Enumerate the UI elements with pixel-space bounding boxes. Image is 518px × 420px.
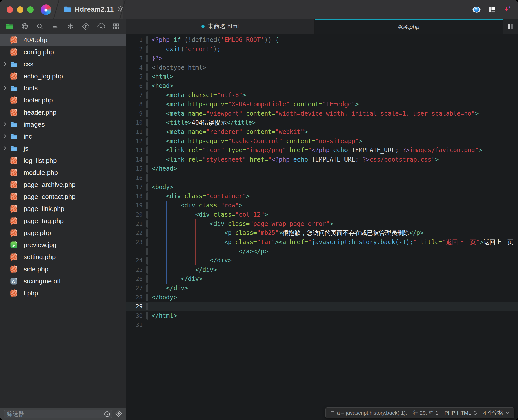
code-text[interactable]: exit('error!'); bbox=[152, 45, 518, 54]
expand-chevron-icon[interactable] bbox=[4, 86, 10, 90]
layout-panels-icon[interactable] bbox=[488, 6, 496, 13]
fold-handle[interactable] bbox=[146, 266, 148, 274]
code-text[interactable]: }?> bbox=[152, 54, 518, 63]
fold-handle[interactable] bbox=[146, 64, 148, 72]
code-text[interactable]: <meta charset="utf-8"> bbox=[152, 91, 518, 100]
fold-handle[interactable] bbox=[146, 312, 148, 320]
file-row-page_tag.php[interactable]: page_tag.php bbox=[0, 215, 126, 227]
code-text[interactable]: <div class="page-wrap page-error"> bbox=[152, 219, 518, 229]
code-text[interactable]: </a></p> bbox=[152, 247, 518, 256]
sync-icon[interactable] bbox=[95, 21, 106, 32]
fold-handle[interactable] bbox=[146, 146, 148, 154]
fold-handle[interactable] bbox=[146, 174, 148, 182]
fold-handle[interactable] bbox=[146, 275, 148, 283]
file-row-log_list.php[interactable]: log_list.php bbox=[0, 154, 126, 167]
fold-handle[interactable] bbox=[146, 257, 148, 265]
file-row-images[interactable]: images bbox=[0, 118, 126, 130]
fold-handle[interactable] bbox=[146, 294, 148, 301]
code-text[interactable]: <title>404错误提示</title> bbox=[152, 118, 518, 127]
file-row-js[interactable]: js bbox=[0, 142, 126, 154]
file-row-css[interactable]: css bbox=[0, 58, 126, 70]
code-text[interactable]: <?php if (!defined('EMLOG_ROOT')) { bbox=[152, 35, 518, 45]
code-text[interactable]: </div> bbox=[152, 274, 518, 284]
code-editor[interactable]: 1<?php if (!defined('EMLOG_ROOT')) {2 ex… bbox=[126, 34, 518, 420]
file-row-config.php[interactable]: config.php bbox=[0, 46, 126, 58]
expand-chevron-icon[interactable] bbox=[4, 62, 10, 66]
fold-handle[interactable] bbox=[146, 192, 148, 200]
expand-chevron-icon[interactable] bbox=[4, 134, 10, 139]
code-text[interactable]: <div class="container"> bbox=[152, 192, 518, 201]
indent-setting-select[interactable]: 4 个空格 bbox=[483, 409, 510, 416]
file-row-header.php[interactable]: header.php bbox=[0, 106, 126, 118]
file-row-404.php[interactable]: 404.php bbox=[0, 34, 126, 46]
expand-chevron-icon[interactable] bbox=[4, 146, 10, 151]
close-button[interactable] bbox=[7, 6, 13, 13]
recent-clock-icon[interactable] bbox=[104, 411, 110, 418]
fold-handle[interactable] bbox=[146, 100, 148, 108]
code-text[interactable]: </div> bbox=[152, 256, 518, 265]
grid-icon[interactable] bbox=[111, 21, 122, 32]
code-text[interactable]: <div class="row"> bbox=[152, 201, 518, 210]
code-text[interactable]: <div class="col-12"> bbox=[152, 210, 518, 219]
file-row-module.php[interactable]: module.php bbox=[0, 167, 126, 179]
code-text[interactable]: <link rel="icon" type="image/png" href="… bbox=[152, 146, 518, 155]
file-row-page_link.php[interactable]: page_link.php bbox=[0, 203, 126, 215]
expand-chevron-icon[interactable] bbox=[4, 122, 10, 127]
publish-icon[interactable] bbox=[80, 21, 91, 32]
preview-eye-icon[interactable] bbox=[472, 6, 481, 13]
globe-icon[interactable] bbox=[19, 21, 30, 32]
code-text[interactable]: <!doctype html> bbox=[152, 63, 518, 72]
code-text[interactable]: </html> bbox=[152, 311, 518, 321]
folder-icon[interactable] bbox=[4, 21, 15, 32]
fold-handle[interactable] bbox=[146, 303, 148, 310]
outline-icon[interactable] bbox=[50, 21, 61, 32]
fold-handle[interactable] bbox=[146, 137, 148, 145]
zoom-button[interactable] bbox=[27, 6, 34, 13]
fold-handle[interactable] bbox=[146, 248, 148, 255]
fold-handle[interactable] bbox=[146, 55, 148, 62]
fold-handle[interactable] bbox=[146, 91, 148, 99]
fold-handle[interactable] bbox=[146, 238, 148, 246]
symbols-icon[interactable] bbox=[65, 21, 76, 32]
fold-handle[interactable] bbox=[146, 45, 148, 53]
tab-404.php[interactable]: 404.php bbox=[315, 19, 503, 34]
fold-handle[interactable] bbox=[146, 211, 148, 219]
code-text[interactable]: </head> bbox=[152, 164, 518, 173]
fold-handle[interactable] bbox=[146, 119, 148, 127]
fold-handle[interactable] bbox=[146, 36, 148, 44]
minimize-button[interactable] bbox=[17, 6, 23, 13]
code-text[interactable]: <p class="tar"><a href="javascript:histo… bbox=[152, 238, 518, 247]
file-row-suxingme.otf[interactable]: Asuxingme.otf bbox=[0, 275, 126, 287]
fold-handle[interactable] bbox=[146, 220, 148, 228]
fold-handle[interactable] bbox=[146, 82, 148, 90]
fold-handle[interactable] bbox=[146, 202, 148, 209]
fold-handle[interactable] bbox=[146, 156, 148, 164]
file-row-page_contact.php[interactable]: page_contact.php bbox=[0, 191, 126, 203]
cursor-position[interactable]: 行 29, 栏 1 bbox=[413, 409, 438, 416]
publish-diamond-icon[interactable] bbox=[115, 410, 122, 418]
code-text[interactable]: <meta http-equiv="Cache-Control" content… bbox=[152, 137, 518, 146]
fold-handle[interactable] bbox=[146, 183, 148, 191]
split-view-button[interactable] bbox=[503, 19, 518, 34]
filter-input[interactable] bbox=[4, 410, 112, 418]
code-text[interactable]: <html> bbox=[152, 72, 518, 81]
code-text[interactable] bbox=[152, 173, 518, 183]
file-row-footer.php[interactable]: footer.php bbox=[0, 94, 126, 106]
file-row-inc[interactable]: inc bbox=[0, 130, 126, 142]
fold-handle[interactable] bbox=[146, 165, 148, 173]
code-text[interactable]: </div> bbox=[152, 265, 518, 275]
code-text[interactable]: </div> bbox=[152, 284, 518, 293]
file-row-page_archive.php[interactable]: page_archive.php bbox=[0, 179, 126, 191]
context-breadcrumb[interactable]: a – javascript:history.back(-1); bbox=[330, 410, 407, 416]
syntax-mode-select[interactable]: PHP-HTML bbox=[444, 410, 477, 416]
tab-未命名.html[interactable]: 未命名.html bbox=[126, 19, 315, 34]
code-text[interactable]: <head> bbox=[152, 81, 518, 91]
file-row-side.php[interactable]: side.php bbox=[0, 263, 126, 275]
code-text[interactable]: <meta name="renderer" content="webkit"> bbox=[152, 127, 518, 137]
code-text[interactable]: <link rel="stylesheet" href="<?php echo … bbox=[152, 155, 518, 164]
fold-handle[interactable] bbox=[146, 284, 148, 292]
sparkle-plugin-icon[interactable] bbox=[503, 5, 511, 14]
fold-handle[interactable] bbox=[146, 110, 148, 118]
fold-handle[interactable] bbox=[146, 73, 148, 81]
code-text[interactable] bbox=[152, 302, 518, 311]
